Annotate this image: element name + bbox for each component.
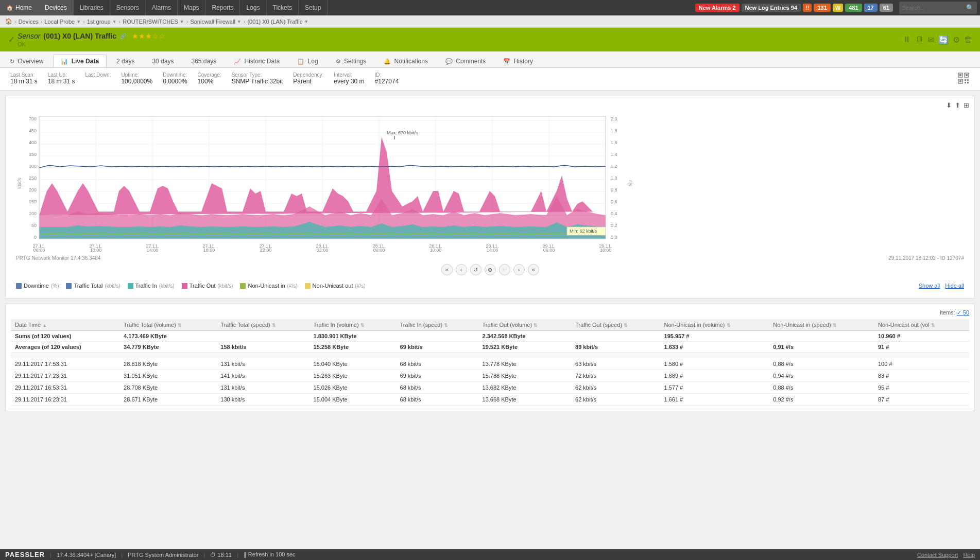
top-navigation: 🏠 Home Devices Libraries Sensors Alarms … [0,0,980,15]
traffic-in-label: Traffic In [135,283,157,289]
tab-historic[interactable]: 📈 Historic Data [226,55,287,67]
count-481-badge[interactable]: 481 [845,4,862,12]
hide-all-link[interactable]: Hide all [945,283,964,289]
non-unicast-out-label: Non-Unicast out [313,283,353,289]
legend-traffic-total[interactable]: Traffic Total (kbit/s) [66,283,120,289]
tab-log[interactable]: 📋 Log [289,55,325,67]
nav-alarms[interactable]: Alarms [146,0,178,15]
search-input[interactable] [902,5,964,11]
tab-live-data[interactable]: 📊 Live Data [53,55,107,67]
sums-tt-vol: 4.173.469 KByte [119,331,216,342]
sums-nui-vol: 195.957 # [660,331,769,342]
non-unicast-in-label: Non-Unicast in [248,283,285,289]
col-ti-vol[interactable]: Traffic In (volume) ⇅ [310,319,396,331]
nav-setup[interactable]: Setup [299,0,328,15]
legend-downtime[interactable]: Downtime (%) [16,283,59,289]
tab-live-data-label: Live Data [72,58,99,65]
bc-local-probe[interactable]: Local Probe ▼ [44,19,81,25]
pause-icon[interactable]: ⏸ [903,35,911,45]
legend-non-unicast-out[interactable]: Non-Unicast out (#/s) [305,283,366,289]
exclaim-badge[interactable]: !! [803,4,812,12]
nav-reports[interactable]: Reports [205,0,240,15]
svg-text:14:00: 14:00 [147,248,159,253]
nav-zoom-in[interactable]: ⊕ [485,264,496,275]
coverage-value: 100% [198,78,221,85]
data-section: Items: ✓ 50 Date Time ▲ Traffic Total (v… [5,304,975,411]
uptime-value: 100,0000% [121,78,152,85]
upload-icon[interactable]: ⬆ [955,101,960,109]
col-tt-spd[interactable]: Traffic Total (speed) ⇅ [216,319,309,331]
tab-notifications[interactable]: 🔔 Notifications [376,55,436,67]
nav-home[interactable]: 🏠 Home [0,0,39,15]
nav-prev[interactable]: ‹ [456,264,467,275]
col-tt-vol[interactable]: Traffic Total (volume) ⇅ [119,319,216,331]
bc-sensor[interactable]: (001) X0 (LAN) Traffic ▼ [247,19,308,25]
bc-home[interactable]: 🏠 [5,18,12,25]
legend-traffic-in[interactable]: Traffic In (kbit/s) [128,283,175,289]
tab-overview[interactable]: ↻ Overview [2,55,51,67]
nav-libraries[interactable]: Libraries [74,0,110,15]
count-61-badge[interactable]: 61 [880,4,893,12]
nav-next[interactable]: › [513,264,525,275]
nav-tickets[interactable]: Tickets [267,0,299,15]
refresh-icon[interactable]: 🔄 [938,35,949,45]
w-badge[interactable]: W [833,4,843,12]
sensor-stars[interactable]: ★★★☆☆ [132,32,165,40]
col-to-spd[interactable]: Traffic Out (speed) ⇅ [571,319,660,331]
monitor-icon[interactable]: 🖥 [915,35,923,45]
email-icon[interactable]: ✉ [927,35,934,45]
col-nui-spd[interactable]: Non-Unicast in (speed) ⇅ [769,319,874,331]
traffic-in-unit: (kbit/s) [159,283,175,289]
id-value: #127074 [375,78,399,85]
svg-text:06:00: 06:00 [373,248,385,253]
col-ti-spd[interactable]: Traffic In (speed) ⇅ [396,319,478,331]
col-nuo-vol[interactable]: Non-Unicast out (vol ⇅ [874,319,969,331]
bc-devices[interactable]: Devices [19,19,39,25]
svg-text:0,2: 0,2 [611,223,617,228]
count-17-badge[interactable]: 17 [864,4,878,12]
settings-icon[interactable]: ⚙ [953,35,960,45]
chart-toolbar: ⬇ ⬆ ⊞ [11,101,969,109]
nav-sensors[interactable]: Sensors [110,0,146,15]
svg-text:0,0: 0,0 [611,235,617,240]
bc-group[interactable]: 1st group ▼ [87,19,117,25]
col-nui-vol[interactable]: Non-Unicast in (volume) ⇅ [660,319,769,331]
nav-maps[interactable]: Maps [178,0,205,15]
bc-router[interactable]: ROUTER/SWITCHES ▼ [123,19,184,25]
tab-365days[interactable]: 365 days [183,55,224,67]
show-all-link[interactable]: Show all [919,283,940,289]
tab-settings[interactable]: ⚙ Settings [328,55,374,67]
svg-text:300: 300 [29,164,37,169]
download-icon[interactable]: ⬇ [946,101,952,109]
legend-traffic-out[interactable]: Traffic Out (kbit/s) [182,283,233,289]
avg-to-vol: 19.521 KByte [478,342,571,353]
max-label: Max: 670 kbit/s [387,130,418,135]
new-alarms-badge[interactable]: New Alarms 2 [695,4,740,12]
tab-comments[interactable]: 💬 Comments [438,55,493,67]
nav-devices[interactable]: Devices [39,0,74,15]
svg-text:06:00: 06:00 [33,248,45,253]
new-log-badge[interactable]: New Log Entries 94 [742,4,801,12]
bc-sonicwall[interactable]: Sonicwall Firewall ▼ [190,19,241,25]
col-to-vol[interactable]: Traffic Out (volume) ⇅ [478,319,571,331]
delete-icon[interactable]: 🗑 [964,35,972,45]
avg-tt-spd: 158 kbit/s [216,342,309,353]
bc-sensor-label: (001) X0 (LAN) Traffic [247,19,302,25]
search-box[interactable]: 🔍 [899,2,977,14]
tab-history[interactable]: 📅 History [495,55,541,67]
tab-2days[interactable]: 2 days [109,55,142,67]
qr-icon[interactable] [957,72,970,86]
tab-30days[interactable]: 30 days [144,55,181,67]
col-datetime[interactable]: Date Time ▲ [11,319,119,331]
zoom-icon[interactable]: ⊞ [964,101,969,109]
nav-first[interactable]: « [441,264,453,275]
svg-text:06:00: 06:00 [543,248,555,253]
nav-last[interactable]: » [528,264,539,275]
nav-reload[interactable]: ↺ [470,264,482,275]
count-131-badge[interactable]: 131 [814,4,830,12]
sensor-link-icon[interactable]: 🔗 [119,33,127,40]
items-value[interactable]: ✓ 50 [957,309,969,316]
nav-zoom-out[interactable]: − [499,264,510,275]
legend-non-unicast-in[interactable]: Non-Unicast in (#/s) [240,283,297,289]
nav-logs[interactable]: Logs [240,0,266,15]
